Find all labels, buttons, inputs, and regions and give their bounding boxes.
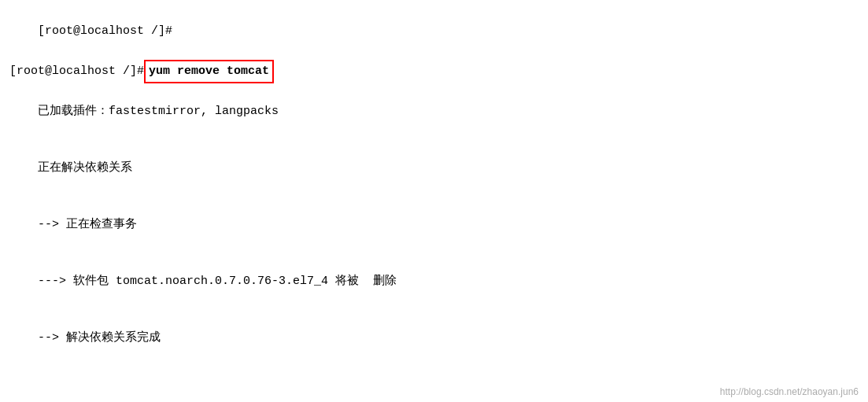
plugins-line: 已加载插件：fastestmirror, langpacks xyxy=(9,83,859,140)
watermark: http://blog.csdn.net/zhaoyan.jun6 xyxy=(720,386,859,397)
command-highlight: yum remove tomcat xyxy=(144,60,274,83)
deps-done-line: --> 解决依赖关系完成 xyxy=(9,310,859,367)
terminal-window: [root@localhost /]# [root@localhost /]# … xyxy=(0,0,868,402)
prompt-text-2: [root@localhost /]# xyxy=(9,62,144,81)
prompt-text-1: [root@localhost /]# xyxy=(38,24,172,38)
package-remove-line: ---> 软件包 tomcat.noarch.0.7.0.76-3.el7_4 … xyxy=(9,253,859,310)
prompt-line-2: [root@localhost /]# yum remove tomcat xyxy=(9,60,859,83)
resolving-deps-line: 正在解决依赖关系 xyxy=(9,140,859,197)
checking-line: --> 正在检查事务 xyxy=(9,197,859,253)
prompt-line-1: [root@localhost /]# xyxy=(9,3,859,60)
empty-line-1 xyxy=(9,367,859,385)
